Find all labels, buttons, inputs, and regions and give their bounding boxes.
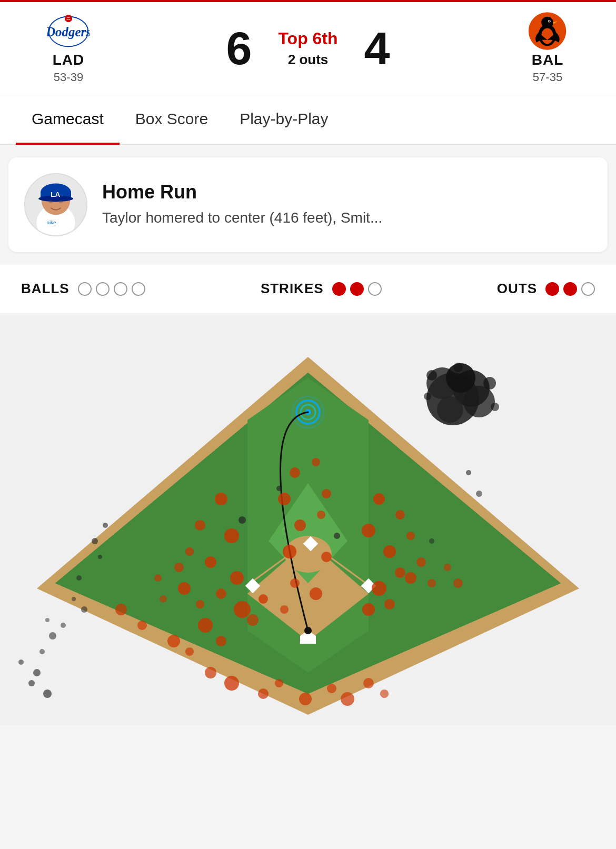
svg-point-101 xyxy=(299,693,312,705)
svg-text:nike: nike xyxy=(47,219,56,225)
svg-point-108 xyxy=(334,533,340,539)
outs-dots xyxy=(545,282,595,296)
svg-point-86 xyxy=(406,532,415,540)
svg-point-85 xyxy=(362,524,375,537)
score-header: Dodgers LAD 53-39 6 Top 6th 2 outs 4 xyxy=(0,2,616,95)
svg-point-100 xyxy=(275,679,283,687)
play-info: Home Run Taylor homered to center (416 f… xyxy=(102,181,382,228)
svg-point-109 xyxy=(103,523,108,528)
away-team-logo: Dodgers xyxy=(47,13,90,49)
home-team-record: 57-35 xyxy=(533,71,562,84)
svg-point-120 xyxy=(476,491,482,497)
svg-point-96 xyxy=(453,578,463,588)
svg-point-79 xyxy=(321,552,332,562)
svg-point-51 xyxy=(215,493,227,505)
svg-point-70 xyxy=(137,621,147,630)
svg-point-105 xyxy=(380,690,389,698)
svg-point-92 xyxy=(428,579,436,587)
ball-dot-1 xyxy=(78,282,92,296)
svg-point-78 xyxy=(283,545,296,558)
svg-point-114 xyxy=(81,606,87,613)
nav-tabs: Gamecast Box Score Play-by-Play xyxy=(0,95,616,145)
svg-point-102 xyxy=(327,684,336,693)
svg-point-8 xyxy=(541,28,553,44)
play-title: Home Run xyxy=(102,181,382,203)
svg-point-94 xyxy=(362,603,375,616)
svg-point-117 xyxy=(39,649,45,654)
svg-point-45 xyxy=(437,396,463,423)
svg-point-122 xyxy=(28,680,35,686)
svg-point-91 xyxy=(405,572,416,584)
tab-box-score[interactable]: Box Score xyxy=(120,95,224,145)
svg-point-59 xyxy=(216,588,226,599)
svg-point-89 xyxy=(372,581,386,596)
svg-point-65 xyxy=(247,614,259,626)
svg-point-97 xyxy=(205,667,216,678)
svg-point-60 xyxy=(196,600,204,608)
svg-point-115 xyxy=(61,623,66,628)
svg-point-110 xyxy=(92,538,98,544)
svg-point-52 xyxy=(195,520,205,531)
svg-point-57 xyxy=(154,574,162,582)
home-score: 4 xyxy=(364,25,390,72)
home-team: BAL 57-35 xyxy=(500,13,595,84)
outs-label: 2 outs xyxy=(288,52,329,68)
svg-point-2 xyxy=(65,14,72,22)
svg-point-119 xyxy=(466,470,471,475)
home-team-logo xyxy=(526,13,569,49)
strikes-dots xyxy=(332,282,382,296)
svg-point-98 xyxy=(224,676,239,691)
balls-label: BALLS xyxy=(21,281,69,297)
svg-point-50 xyxy=(453,363,463,372)
strike-dot-1 xyxy=(332,282,346,296)
svg-point-55 xyxy=(205,556,216,568)
svg-text:Dodgers: Dodgers xyxy=(47,24,90,38)
strikes-label: STRIKES xyxy=(261,281,324,297)
svg-point-118 xyxy=(45,618,49,622)
svg-point-80 xyxy=(290,578,300,588)
svg-point-104 xyxy=(363,678,374,688)
svg-point-69 xyxy=(167,635,180,647)
play-card: nike LA Home Run Taylor homered to cente… xyxy=(8,157,608,252)
svg-point-112 xyxy=(76,575,82,581)
away-team-abbr: LAD xyxy=(53,52,85,68)
svg-point-113 xyxy=(72,597,76,601)
player-avatar: nike LA xyxy=(24,173,87,236)
svg-point-61 xyxy=(178,582,191,595)
out-dot-2 xyxy=(563,282,577,296)
svg-point-87 xyxy=(383,545,396,558)
home-team-abbr: BAL xyxy=(532,52,564,68)
svg-point-47 xyxy=(483,377,496,389)
game-info: Top 6th 2 outs xyxy=(278,29,337,68)
svg-point-93 xyxy=(384,599,395,610)
svg-point-48 xyxy=(491,403,499,411)
svg-point-67 xyxy=(216,636,226,646)
field-container xyxy=(0,315,616,725)
svg-point-125 xyxy=(33,669,41,676)
svg-text:LA: LA xyxy=(51,191,60,198)
svg-point-68 xyxy=(185,647,194,656)
svg-point-58 xyxy=(230,571,244,585)
outs-group: OUTS xyxy=(497,281,595,297)
svg-point-106 xyxy=(239,516,246,524)
svg-point-71 xyxy=(115,604,127,615)
svg-point-54 xyxy=(185,547,194,556)
out-dot-1 xyxy=(545,282,559,296)
tab-play-by-play[interactable]: Play-by-Play xyxy=(224,95,344,145)
svg-point-123 xyxy=(43,690,52,698)
away-score: 6 xyxy=(226,25,252,72)
count-section: BALLS STRIKES OUTS xyxy=(0,265,616,313)
svg-point-124 xyxy=(18,660,24,665)
tab-gamecast[interactable]: Gamecast xyxy=(16,95,120,145)
svg-point-107 xyxy=(276,486,282,491)
svg-point-44 xyxy=(463,386,495,417)
svg-point-83 xyxy=(373,493,385,505)
svg-point-84 xyxy=(395,510,405,520)
strike-dot-3 xyxy=(368,282,382,296)
svg-point-77 xyxy=(317,511,325,519)
svg-point-90 xyxy=(416,557,426,567)
strike-dot-2 xyxy=(350,282,364,296)
field-svg xyxy=(0,315,616,725)
svg-point-53 xyxy=(224,528,239,543)
svg-point-82 xyxy=(280,605,289,614)
